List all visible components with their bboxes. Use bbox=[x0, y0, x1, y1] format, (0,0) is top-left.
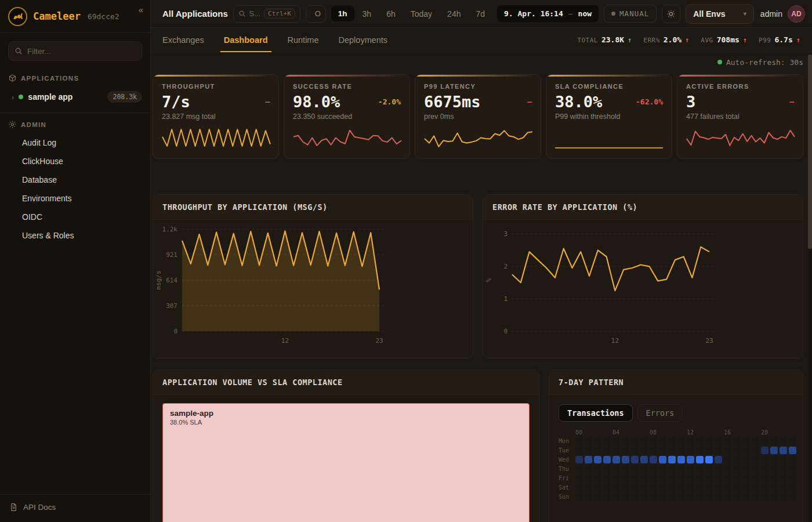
heatmap-cell[interactable] bbox=[724, 447, 731, 454]
heatmap-cell[interactable] bbox=[677, 437, 685, 445]
kpi-card-throughput[interactable]: THROUGHPUT7/s–23.827 msg total bbox=[153, 74, 279, 159]
heatmap-cell[interactable] bbox=[761, 456, 768, 463]
heatmap-cell[interactable] bbox=[640, 493, 648, 501]
heatmap-cell[interactable] bbox=[659, 493, 666, 501]
heatmap-cell[interactable] bbox=[622, 437, 629, 445]
time-range-6h[interactable]: 6h bbox=[379, 6, 403, 22]
avatar[interactable]: AD bbox=[788, 5, 805, 23]
heatmap-cell[interactable] bbox=[696, 447, 704, 454]
heatmap-cell[interactable] bbox=[575, 484, 583, 491]
heatmap-cell[interactable] bbox=[687, 484, 694, 491]
heatmap-cell[interactable] bbox=[594, 465, 601, 473]
heatmap-cell[interactable] bbox=[668, 447, 676, 454]
time-range-24h[interactable]: 24h bbox=[440, 6, 467, 22]
time-range-today[interactable]: Today bbox=[404, 6, 439, 22]
heatmap-cell[interactable] bbox=[705, 484, 713, 491]
heatmap-cell[interactable] bbox=[780, 437, 787, 445]
heatmap-cell[interactable] bbox=[612, 484, 620, 491]
api-docs-link[interactable]: API Docs bbox=[0, 494, 150, 522]
heatmap-cell[interactable] bbox=[705, 456, 713, 463]
heatmap-cell[interactable] bbox=[733, 474, 741, 482]
heatmap-cell[interactable] bbox=[715, 437, 722, 445]
vertical-scrollbar[interactable] bbox=[808, 53, 812, 522]
heatmap-cell[interactable] bbox=[622, 456, 629, 463]
heatmap-cell[interactable] bbox=[715, 456, 722, 463]
heatmap-cell[interactable] bbox=[780, 474, 787, 482]
heatmap-cell[interactable] bbox=[640, 456, 648, 463]
heatmap-cell[interactable] bbox=[585, 456, 592, 463]
heatmap-cell[interactable] bbox=[715, 493, 722, 501]
sidebar-item-oidc[interactable]: OIDC bbox=[0, 208, 150, 226]
heatmap-cell[interactable] bbox=[705, 447, 713, 454]
heatmap-cell[interactable] bbox=[770, 474, 778, 482]
heatmap-cell[interactable] bbox=[761, 465, 768, 473]
heatmap-cell[interactable] bbox=[696, 484, 704, 491]
theme-toggle-button[interactable] bbox=[662, 5, 680, 23]
heatmap-cell[interactable] bbox=[789, 456, 796, 463]
heatmap-cell[interactable] bbox=[715, 465, 722, 473]
heatmap-cell[interactable] bbox=[585, 474, 592, 482]
heatmap-cell[interactable] bbox=[724, 437, 731, 445]
heatmap-cell[interactable] bbox=[780, 456, 787, 463]
heatmap-tab-errors[interactable]: Errors bbox=[637, 404, 683, 422]
heatmap-cell[interactable] bbox=[742, 484, 750, 491]
heatmap-cell[interactable] bbox=[687, 437, 694, 445]
heatmap-cell[interactable] bbox=[668, 437, 676, 445]
heatmap-cell[interactable] bbox=[733, 493, 741, 501]
heatmap-cell[interactable] bbox=[733, 447, 741, 454]
heatmap-cell[interactable] bbox=[789, 474, 796, 482]
heatmap-cell[interactable] bbox=[733, 465, 741, 473]
heatmap-cell[interactable] bbox=[659, 447, 666, 454]
heatmap-cell[interactable] bbox=[603, 447, 611, 454]
heatmap-cell[interactable] bbox=[631, 474, 639, 482]
heatmap-cell[interactable] bbox=[696, 493, 704, 501]
heatmap-cell[interactable] bbox=[650, 465, 657, 473]
filter-input[interactable]: Filter... bbox=[8, 41, 142, 61]
heatmap-cell[interactable] bbox=[696, 456, 704, 463]
sidebar-item-sample-app[interactable]: › sample app 208.3k bbox=[0, 87, 150, 107]
heatmap-cell[interactable] bbox=[715, 447, 722, 454]
sidebar-item-database[interactable]: Database bbox=[0, 171, 150, 189]
heatmap-cell[interactable] bbox=[603, 484, 611, 491]
heatmap-cell[interactable] bbox=[668, 465, 676, 473]
heatmap-cell[interactable] bbox=[612, 493, 620, 501]
heatmap-cell[interactable] bbox=[752, 474, 759, 482]
chevron-right-icon[interactable]: › bbox=[12, 93, 14, 102]
heatmap-cell[interactable] bbox=[622, 484, 629, 491]
heatmap-cell[interactable] bbox=[780, 493, 787, 501]
heatmap-cell[interactable] bbox=[789, 465, 796, 473]
kpi-card-p99-latency[interactable]: P99 LATENCY6675ms–prev 0ms bbox=[415, 74, 541, 159]
heatmap-cell[interactable] bbox=[733, 484, 741, 491]
tab-dashboard[interactable]: Dashboard bbox=[224, 28, 268, 52]
heatmap-cell[interactable] bbox=[659, 465, 666, 473]
heatmap-cell[interactable] bbox=[659, 484, 666, 491]
heatmap-cell[interactable] bbox=[724, 474, 731, 482]
heatmap-cell[interactable] bbox=[631, 456, 639, 463]
heatmap-cell[interactable] bbox=[770, 484, 778, 491]
heatmap-cell[interactable] bbox=[612, 474, 620, 482]
kpi-card-success-rate[interactable]: SUCCESS RATE98.0%-2.0%23.350 succeeded bbox=[284, 74, 410, 159]
heatmap-cell[interactable] bbox=[594, 493, 601, 501]
heatmap-cell[interactable] bbox=[761, 447, 768, 454]
heatmap-cell[interactable] bbox=[668, 484, 676, 491]
tab-exchanges[interactable]: Exchanges bbox=[162, 28, 204, 52]
heatmap-cell[interactable] bbox=[770, 493, 778, 501]
scrollbar-thumb[interactable] bbox=[808, 55, 812, 249]
heatmap-cell[interactable] bbox=[650, 484, 657, 491]
heatmap-cell[interactable] bbox=[668, 456, 676, 463]
sidebar-item-clickhouse[interactable]: ClickHouse bbox=[0, 152, 150, 171]
heatmap-cell[interactable] bbox=[650, 493, 657, 501]
heatmap-cell[interactable] bbox=[780, 465, 787, 473]
time-range-7d[interactable]: 7d bbox=[469, 6, 492, 22]
heatmap-cell[interactable] bbox=[742, 437, 750, 445]
heatmap-cell[interactable] bbox=[640, 474, 648, 482]
heatmap-cell[interactable] bbox=[631, 447, 639, 454]
heatmap-cell[interactable] bbox=[705, 465, 713, 473]
heatmap-cell[interactable] bbox=[742, 474, 750, 482]
sidebar-item-audit-log[interactable]: Audit Log bbox=[0, 133, 150, 152]
heatmap-cell[interactable] bbox=[677, 447, 685, 454]
heatmap-cell[interactable] bbox=[585, 437, 592, 445]
heatmap-cell[interactable] bbox=[770, 465, 778, 473]
live-status-toggle[interactable]: O bbox=[306, 5, 326, 23]
heatmap-cell[interactable] bbox=[659, 474, 666, 482]
